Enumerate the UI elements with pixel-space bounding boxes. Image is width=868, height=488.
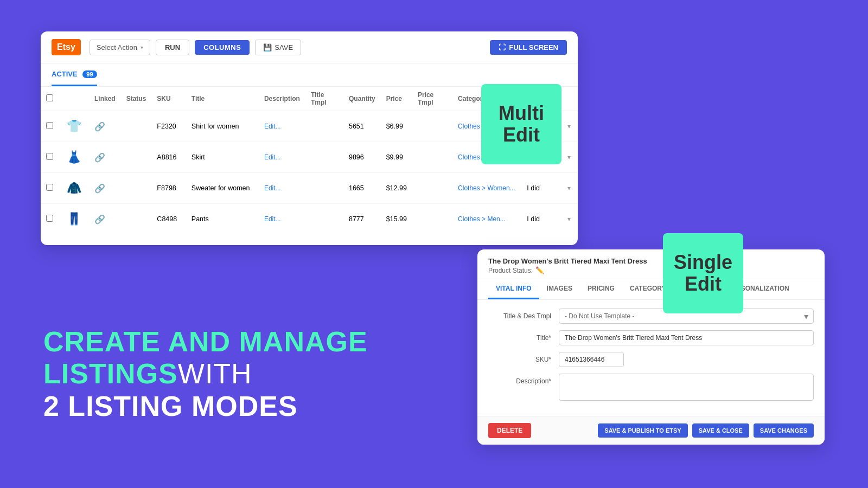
sku-input[interactable] [559, 352, 624, 367]
select-action-label: Select Action [97, 43, 137, 52]
form-row-sku: SKU* [488, 352, 814, 367]
row-price: $12.99 [381, 173, 412, 204]
link-icon: 🔗 [94, 215, 105, 224]
row-quantity: 5651 [343, 111, 381, 142]
product-image: 👕 [64, 117, 84, 136]
label-description: Description* [488, 374, 559, 385]
th-price: Price [381, 87, 412, 111]
row-price-tmpl [412, 111, 452, 142]
single-edit-badge: SingleEdit [663, 233, 743, 313]
hero-line4: 2 LISTING MODES [43, 390, 368, 423]
row-who-make: I did [521, 173, 561, 204]
row-price-tmpl [412, 204, 452, 235]
tab-images[interactable]: IMAGES [539, 279, 580, 299]
hero-line2: LISTINGS [43, 358, 178, 390]
th-description: Description [259, 87, 305, 111]
select-all-checkbox[interactable] [46, 94, 53, 101]
fullscreen-icon: ⛶ [499, 43, 506, 52]
row-title: Sweater for women [186, 173, 259, 204]
row-checkbox[interactable] [46, 122, 53, 129]
fullscreen-button[interactable]: ⛶ FULL SCREEN [490, 40, 567, 55]
product-image: 🧥 [64, 178, 84, 198]
row-who-make: I did [521, 204, 561, 235]
tab-pricing[interactable]: PRICING [580, 279, 622, 299]
row-status [121, 111, 152, 142]
form-row-title: Title* [488, 330, 814, 345]
run-button[interactable]: RUN [156, 40, 189, 55]
delete-button[interactable]: DELETE [488, 423, 531, 438]
row-title: Shirt for women [186, 111, 259, 142]
save-icon: 💾 [263, 43, 272, 52]
row-description-edit[interactable]: Edit... [264, 153, 281, 161]
save-close-button[interactable]: SAVE & CLOSE [692, 423, 749, 438]
row-status [121, 173, 152, 204]
tab-bar: ACTIVE 99 [41, 63, 578, 87]
row-price: $6.99 [381, 111, 412, 142]
description-textarea[interactable] [559, 374, 814, 401]
title-input[interactable] [559, 330, 814, 345]
row-quantity: 8777 [343, 204, 381, 235]
row-title-tmpl [305, 142, 343, 173]
single-panel-footer: DELETE SAVE & PUBLISH TO ETSY SAVE & CLO… [477, 416, 825, 445]
chevron-down-icon[interactable]: ▾ [567, 184, 571, 192]
columns-button[interactable]: COLUMNS [195, 40, 250, 55]
save-changes-button[interactable]: SAVE CHANGES [754, 423, 814, 438]
chevron-down-icon[interactable]: ▾ [567, 215, 571, 223]
row-category[interactable]: Clothes > Men... [458, 215, 506, 223]
th-title: Title [186, 87, 259, 111]
pencil-icon[interactable]: ✏️ [535, 266, 544, 274]
row-title-tmpl [305, 173, 343, 204]
single-panel-status: Product Status: ✏️ [488, 266, 814, 274]
chevron-down-icon[interactable]: ▾ [567, 153, 571, 161]
footer-right-buttons: SAVE & PUBLISH TO ETSY SAVE & CLOSE SAVE… [598, 423, 814, 438]
row-quantity: 9896 [343, 142, 381, 173]
row-title-tmpl [305, 204, 343, 235]
form-row-title-tmpl: Title & Des Tmpl - Do Not Use Template - [488, 309, 814, 324]
th-title-tmpl: Title Tmpl [305, 87, 343, 111]
product-image: 👗 [64, 147, 84, 167]
label-title-des-tmpl: Title & Des Tmpl [488, 309, 559, 320]
save-publish-button[interactable]: SAVE & PUBLISH TO ETSY [598, 423, 687, 438]
link-icon: 🔗 [94, 122, 105, 131]
row-title: Skirt [186, 142, 259, 173]
row-sku: A8816 [151, 142, 186, 173]
row-price-tmpl [412, 142, 452, 173]
tab-vital-info[interactable]: VITAL INFO [488, 279, 539, 299]
row-checkbox[interactable] [46, 153, 53, 160]
th-image [59, 87, 89, 111]
save-button[interactable]: 💾 SAVE [255, 40, 301, 55]
row-price: $9.99 [381, 142, 412, 173]
link-icon: 🔗 [94, 184, 105, 193]
row-sku: C8498 [151, 204, 186, 235]
single-panel-product-title: The Drop Women's Britt Tiered Maxi Tent … [488, 257, 814, 265]
row-description-edit[interactable]: Edit... [264, 215, 281, 223]
table-row: 👖 🔗 C8498 Pants Edit... 8777 $15.99 Clot… [41, 204, 578, 235]
save-label: SAVE [275, 43, 293, 52]
row-checkbox[interactable] [46, 184, 53, 191]
row-title-tmpl [305, 111, 343, 142]
row-sku: F8798 [151, 173, 186, 204]
label-sku: SKU* [488, 352, 559, 363]
row-quantity: 1665 [343, 173, 381, 204]
tab-active-label: ACTIVE [52, 70, 78, 78]
chevron-down-icon[interactable]: ▾ [567, 123, 571, 130]
hero-text: CREATE AND MANAGE LISTINGS WITH 2 LISTIN… [43, 326, 368, 423]
select-action-dropdown[interactable]: Select Action ▾ [90, 40, 150, 55]
row-title: Pants [186, 204, 259, 235]
row-status [121, 142, 152, 173]
th-price-tmpl: Price Tmpl [412, 87, 452, 111]
link-icon: 🔗 [94, 153, 105, 162]
row-description-edit[interactable]: Edit... [264, 123, 281, 130]
label-title: Title* [488, 330, 559, 342]
th-quantity: Quantity [343, 87, 381, 111]
multi-edit-label: MultiEdit [499, 102, 544, 145]
hero-line3: WITH [178, 358, 252, 390]
row-checkbox[interactable] [46, 215, 53, 222]
row-price: $15.99 [381, 204, 412, 235]
tab-active[interactable]: ACTIVE 99 [52, 63, 97, 86]
row-description-edit[interactable]: Edit... [264, 184, 281, 192]
row-category[interactable]: Clothes > Women... [458, 184, 515, 192]
row-price-tmpl [412, 173, 452, 204]
row-status [121, 204, 152, 235]
single-tab-bar: VITAL INFO IMAGES PRICING CATEGORY SHIPP… [477, 279, 825, 300]
